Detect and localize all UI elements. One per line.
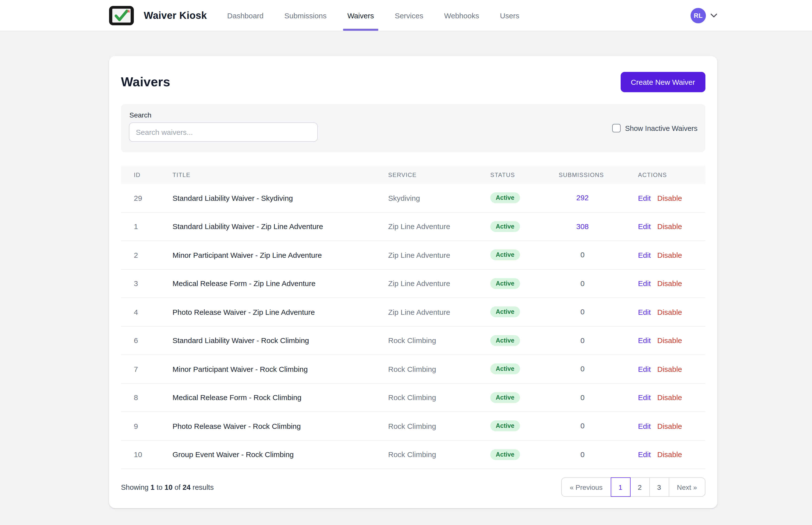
- edit-link[interactable]: Edit: [638, 450, 651, 459]
- cell-actions: Edit Disable: [638, 279, 705, 288]
- table-row: 4 Photo Release Waiver - Zip Line Advent…: [121, 298, 705, 327]
- edit-link[interactable]: Edit: [638, 422, 651, 430]
- column-header-submissions: SUBMISSIONS: [559, 171, 638, 178]
- pagination-page-3[interactable]: 3: [649, 477, 669, 497]
- pagination-page-1[interactable]: 1: [611, 477, 630, 497]
- disable-link[interactable]: Disable: [657, 393, 682, 402]
- cell-title: Photo Release Waiver - Rock Climbing: [172, 422, 388, 430]
- cell-submissions: 0: [559, 279, 638, 288]
- status-badge: Active: [490, 449, 520, 460]
- cell-status: Active: [490, 193, 559, 204]
- nav-item-services[interactable]: Services: [395, 0, 423, 31]
- cell-title: Group Event Waiver - Rock Climbing: [172, 450, 388, 459]
- cell-id: 10: [121, 450, 172, 459]
- cell-status: Active: [490, 364, 559, 375]
- show-inactive-toggle[interactable]: Show Inactive Waivers: [612, 124, 697, 132]
- status-badge: Active: [490, 392, 520, 403]
- cell-actions: Edit Disable: [638, 450, 705, 459]
- cell-submissions: 0: [559, 450, 638, 459]
- cell-actions: Edit Disable: [638, 222, 705, 231]
- cell-submissions: 292: [559, 194, 638, 202]
- avatar[interactable]: RL: [691, 8, 706, 23]
- edit-link[interactable]: Edit: [638, 251, 651, 259]
- cell-submissions: 0: [559, 251, 638, 259]
- brand-link[interactable]: ★ Waiver Kiosk: [108, 0, 207, 31]
- cell-id: 6: [121, 336, 172, 345]
- disable-link[interactable]: Disable: [657, 279, 682, 288]
- status-badge: Active: [490, 250, 520, 260]
- waivers-table: IDTITLESERVICESTATUSSUBMISSIONSACTIONS 2…: [121, 166, 705, 469]
- cell-service: Zip Line Adventure: [388, 279, 490, 288]
- cell-actions: Edit Disable: [638, 308, 705, 316]
- chevron-down-icon: [710, 13, 717, 18]
- disable-link[interactable]: Disable: [657, 365, 682, 373]
- disable-link[interactable]: Disable: [657, 422, 682, 430]
- pagination-previous-button[interactable]: « Previous: [561, 477, 611, 497]
- table-row: 29 Standard Liability Waiver - Skydiving…: [121, 184, 705, 212]
- submissions-count[interactable]: 292: [559, 194, 606, 202]
- cell-submissions: 308: [559, 222, 638, 231]
- cell-status: Active: [490, 392, 559, 403]
- disable-link[interactable]: Disable: [657, 308, 682, 316]
- top-nav-bar: ★ Waiver Kiosk DashboardSubmissionsWaive…: [0, 0, 812, 31]
- column-header-actions: ACTIONS: [638, 171, 705, 178]
- status-badge: Active: [490, 364, 520, 375]
- table-footer: Showing 1 to 10 of 24 results « Previous…: [121, 477, 705, 497]
- edit-link[interactable]: Edit: [638, 222, 651, 231]
- show-inactive-checkbox[interactable]: [612, 124, 621, 132]
- cell-status: Active: [490, 278, 559, 289]
- nav-item-waivers[interactable]: Waivers: [347, 0, 374, 31]
- brand-name: Waiver Kiosk: [144, 10, 207, 21]
- nav-item-webhooks[interactable]: Webhooks: [444, 0, 479, 31]
- edit-link[interactable]: Edit: [638, 279, 651, 288]
- edit-link[interactable]: Edit: [638, 194, 651, 202]
- cell-actions: Edit Disable: [638, 393, 705, 402]
- nav-item-dashboard[interactable]: Dashboard: [227, 0, 264, 31]
- cell-actions: Edit Disable: [638, 194, 705, 202]
- table-body: 29 Standard Liability Waiver - Skydiving…: [121, 184, 705, 469]
- cell-title: Minor Participant Waiver - Rock Climbing: [172, 365, 388, 373]
- status-badge: Active: [490, 278, 520, 289]
- cell-title: Medical Release Form - Rock Climbing: [172, 393, 388, 402]
- search-input[interactable]: [129, 122, 318, 142]
- cell-id: 3: [121, 279, 172, 288]
- cell-title: Medical Release Form - Zip Line Adventur…: [172, 279, 388, 288]
- nav-item-users[interactable]: Users: [500, 0, 519, 31]
- disable-link[interactable]: Disable: [657, 222, 682, 231]
- nav-item-submissions[interactable]: Submissions: [284, 0, 327, 31]
- table-row: 6 Standard Liability Waiver - Rock Climb…: [121, 327, 705, 355]
- cell-submissions: 0: [559, 336, 638, 345]
- cell-status: Active: [490, 306, 559, 317]
- app-logo-icon: ★: [108, 5, 134, 26]
- user-menu[interactable]: RL: [691, 8, 717, 23]
- submissions-count: 0: [559, 251, 606, 259]
- disable-link[interactable]: Disable: [657, 450, 682, 459]
- cell-submissions: 0: [559, 393, 638, 402]
- submissions-count: 0: [559, 393, 606, 402]
- disable-link[interactable]: Disable: [657, 336, 682, 345]
- disable-link[interactable]: Disable: [657, 251, 682, 259]
- submissions-count[interactable]: 308: [559, 222, 606, 230]
- cell-title: Standard Liability Waiver - Skydiving: [172, 194, 388, 202]
- disable-link[interactable]: Disable: [657, 194, 682, 202]
- edit-link[interactable]: Edit: [638, 393, 651, 402]
- edit-link[interactable]: Edit: [638, 365, 651, 373]
- edit-link[interactable]: Edit: [638, 308, 651, 316]
- cell-service: Zip Line Adventure: [388, 308, 490, 316]
- pagination-page-2[interactable]: 2: [630, 477, 650, 497]
- cell-submissions: 0: [559, 308, 638, 317]
- waivers-card: Waivers Create New Waiver Search Show In…: [109, 56, 717, 508]
- cell-service: Skydiving: [388, 194, 490, 202]
- cell-actions: Edit Disable: [638, 336, 705, 345]
- edit-link[interactable]: Edit: [638, 336, 651, 345]
- table-row: 2 Minor Participant Waiver - Zip Line Ad…: [121, 241, 705, 269]
- cell-status: Active: [490, 335, 559, 346]
- summary-total: 24: [182, 483, 190, 491]
- column-header-service: SERVICE: [388, 171, 490, 178]
- logo-star: ★: [126, 8, 131, 14]
- column-header-status: STATUS: [490, 171, 559, 178]
- cell-service: Rock Climbing: [388, 422, 490, 430]
- pagination-next-button[interactable]: Next »: [668, 477, 705, 497]
- create-new-waiver-button[interactable]: Create New Waiver: [620, 72, 705, 92]
- cell-title: Photo Release Waiver - Zip Line Adventur…: [172, 308, 388, 316]
